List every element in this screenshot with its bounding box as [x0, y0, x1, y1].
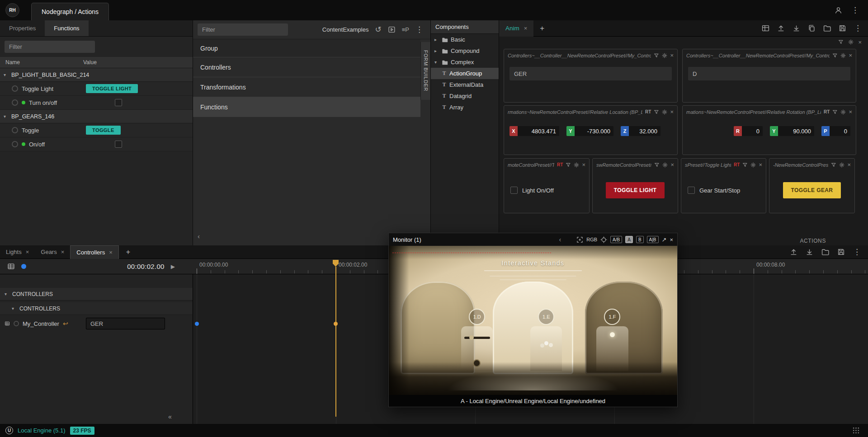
canvas-menu-icon[interactable]: ⋮	[854, 23, 862, 33]
r-value-field[interactable]: 0	[742, 126, 763, 136]
history-icon[interactable]: ↺	[375, 25, 381, 34]
gear-icon[interactable]	[662, 53, 667, 58]
gear-startstop-checkbox[interactable]	[688, 187, 695, 194]
form-builder-side-tab[interactable]: FORM BUILDER	[420, 42, 430, 100]
tab-lights[interactable]: Lights ×	[0, 245, 35, 259]
copy-icon[interactable]	[808, 24, 816, 32]
track-row-my-controller[interactable]: My_Controller ↩	[0, 316, 193, 331]
tab-controllers[interactable]: Controllers ×	[70, 245, 118, 259]
filter-icon[interactable]	[654, 53, 659, 58]
filter-icon[interactable]	[832, 53, 838, 58]
app-logo[interactable]: RH	[5, 3, 19, 17]
keyframe-blue[interactable]	[195, 322, 199, 326]
group-row-light-bulb[interactable]: ▾ BP_LIGHT_BULB_BASIC_214	[0, 68, 193, 82]
form-builder-menu-icon[interactable]: ⋮	[415, 25, 423, 34]
tab-properties[interactable]: Properties	[0, 20, 45, 36]
playhead-line[interactable]	[335, 267, 336, 417]
b-view-button[interactable]: B	[636, 236, 644, 243]
upload-icon[interactable]	[777, 24, 785, 32]
gear-icon[interactable]	[848, 39, 854, 45]
toggle-gear-action-button[interactable]: TOGGLE GEAR	[783, 182, 841, 198]
form-row-group[interactable]: Group	[193, 39, 420, 57]
add-tab-button[interactable]: +	[540, 24, 544, 33]
actions-collapsed-label[interactable]: ACTIONS	[800, 238, 826, 244]
ab-compare-button[interactable]: A/B	[610, 236, 622, 243]
properties-filter-input[interactable]	[5, 41, 95, 53]
close-icon[interactable]: ×	[109, 249, 113, 256]
close-icon[interactable]: ×	[849, 108, 852, 115]
engine-connection-label[interactable]: Local Engine (5.1)	[18, 427, 66, 434]
radio-icon[interactable]	[14, 321, 19, 326]
popout-icon[interactable]: ↗	[662, 236, 667, 243]
preview-play-icon[interactable]	[388, 26, 396, 33]
tree-item-actiongroup[interactable]: T ActionGroup	[431, 68, 499, 79]
filter-icon[interactable]	[832, 109, 838, 115]
form-builder-filter-input[interactable]	[198, 23, 288, 36]
close-icon[interactable]: ×	[26, 249, 29, 255]
save-icon[interactable]	[839, 24, 846, 32]
filter-icon[interactable]	[831, 162, 836, 168]
collapse-left-icon[interactable]: ‹	[198, 232, 200, 240]
controller-text-input[interactable]	[688, 67, 850, 80]
gear-icon[interactable]	[662, 109, 667, 115]
close-icon[interactable]: ×	[670, 108, 674, 115]
presets-list-icon[interactable]: ≡P	[402, 26, 409, 33]
filter-icon[interactable]	[654, 162, 660, 168]
fullscreen-icon[interactable]	[576, 236, 583, 243]
close-icon[interactable]: ×	[670, 161, 674, 168]
close-icon[interactable]: ×	[582, 161, 585, 168]
tab-anim[interactable]: Anim ×	[499, 20, 533, 37]
close-icon[interactable]: ×	[759, 161, 762, 168]
scroll-left-icon[interactable]: ‹	[559, 236, 561, 243]
gear-icon[interactable]	[750, 162, 756, 168]
tree-item-array[interactable]: T Array	[431, 102, 499, 113]
track-group-controllers[interactable]: ▾ CONTROLLERS	[0, 288, 193, 301]
close-ic on[interactable]: ×	[670, 236, 673, 243]
radio-icon[interactable]	[12, 141, 18, 147]
close-icon[interactable]: ×	[670, 52, 674, 59]
monitor-viewport[interactable]: Interactive Stands 1.D 1.E 1.F	[389, 246, 677, 395]
user-icon[interactable]	[835, 6, 842, 14]
radio-icon[interactable]	[12, 99, 18, 106]
add-tab-button[interactable]: +	[126, 248, 130, 256]
close-icon[interactable]: ×	[847, 161, 851, 168]
record-indicator-icon[interactable]	[21, 264, 26, 269]
close-icon[interactable]: ×	[61, 249, 65, 255]
a-split-b-button[interactable]: A|B	[647, 236, 659, 243]
controller-value-input[interactable]	[86, 318, 165, 329]
folder-icon[interactable]	[823, 24, 831, 32]
track-options-icon[interactable]	[7, 263, 15, 270]
monitor-titlebar[interactable]: Monitor (1) ‹ RGB A/B A B A|B ↗ ×	[389, 233, 677, 246]
play-icon[interactable]: ▶	[171, 263, 175, 270]
table-view-icon[interactable]	[762, 24, 769, 32]
undo-icon[interactable]: ↩	[63, 320, 68, 327]
gear-onoff-checkbox[interactable]	[115, 141, 122, 148]
close-icon[interactable]: ×	[858, 39, 862, 46]
folder-icon[interactable]	[821, 248, 829, 256]
collapse-double-left-icon[interactable]: «	[168, 413, 172, 420]
gear-icon[interactable]	[574, 162, 579, 168]
form-row-functions[interactable]: Functions	[193, 97, 420, 117]
z-value-field[interactable]: 32.000	[629, 126, 660, 136]
filter-icon[interactable]	[654, 109, 659, 115]
x-value-field[interactable]: 4803.471	[518, 126, 559, 136]
form-row-controllers[interactable]: Controllers	[193, 57, 420, 77]
tree-folder-compound[interactable]: ▸ Compound	[431, 45, 499, 56]
tree-folder-basic[interactable]: ▸ Basic	[431, 34, 499, 45]
filter-icon[interactable]	[742, 162, 748, 168]
tree-item-datagrid[interactable]: T Datagrid	[431, 90, 499, 102]
toggle-light-action-button[interactable]: TOGGLE LIGHT	[606, 182, 665, 198]
crosshair-icon[interactable]	[600, 236, 607, 243]
toggle-gear-button[interactable]: TOGGLE	[86, 126, 121, 135]
group-row-gears[interactable]: ▾ BP_GEARS_146	[0, 110, 193, 123]
form-row-transformations[interactable]: Transformations	[193, 77, 420, 97]
filter-icon[interactable]	[838, 39, 844, 45]
topbar-tab-nodegraph-actions[interactable]: Nodegraph / Actions	[31, 3, 109, 20]
gear-icon[interactable]	[840, 53, 846, 58]
a-view-button[interactable]: A	[625, 236, 633, 243]
grip-icon[interactable]	[852, 427, 860, 434]
tab-functions[interactable]: Functions	[45, 20, 88, 36]
tab-gears[interactable]: Gears ×	[35, 245, 70, 259]
rgb-channel-button[interactable]: RGB	[586, 237, 597, 242]
close-icon[interactable]: ×	[849, 52, 852, 59]
